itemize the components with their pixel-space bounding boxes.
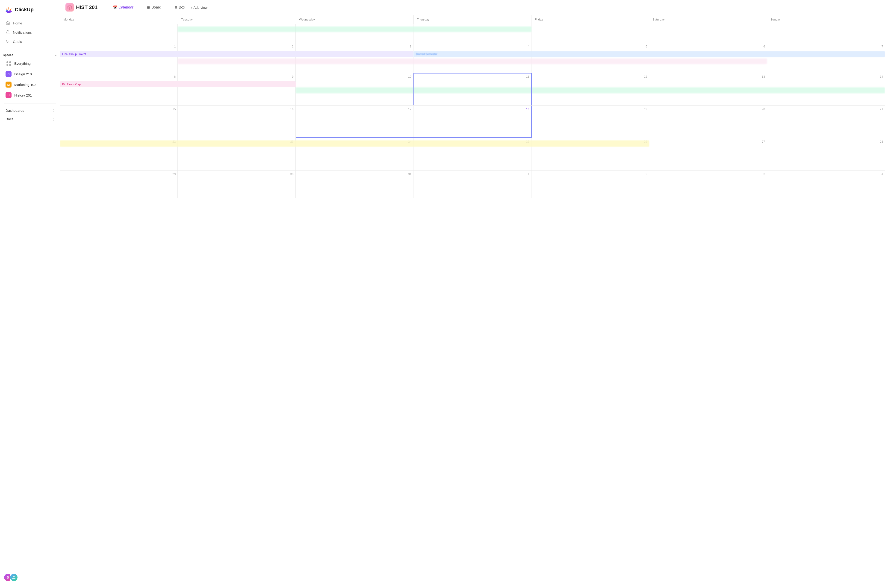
sidebar-item-marketing102[interactable]: M Marketing 102 (3, 79, 57, 90)
event-row0-green (178, 27, 531, 32)
cal-cell-27[interactable]: 27 (649, 138, 767, 170)
cal-cell-next-1[interactable]: 1 (414, 171, 531, 198)
clickup-logo-icon (4, 6, 13, 14)
calendar-row-3: 15 16 17 18 19 20 21 (60, 105, 885, 138)
day-header-sunday: Sunday (767, 15, 885, 24)
app-name: ClickUp (15, 7, 34, 13)
sidebar-item-history201[interactable]: H History 201 (3, 90, 57, 100)
nav-divider (4, 49, 56, 49)
calendar-row-0 (60, 24, 885, 43)
event-group-project: Final Group Project (60, 51, 414, 57)
day-header-saturday: Saturday (649, 15, 767, 24)
tab-box[interactable]: ⊞ Box (172, 4, 188, 11)
cal-cell-17[interactable]: 17 (296, 105, 414, 138)
calendar: Monday Tuesday Wednesday Thursday Friday… (60, 15, 885, 588)
box-tab-label: Box (179, 5, 185, 9)
event-bio-exam-prep: Bio Exam Prep (60, 81, 296, 87)
cal-cell-20[interactable]: 20 (649, 105, 767, 138)
header-divider2 (140, 4, 140, 10)
home-label: Home (13, 21, 22, 25)
user-avatars[interactable]: S (4, 573, 18, 582)
trophy-icon (6, 39, 10, 44)
sidebar-item-goals[interactable]: Goals (3, 37, 57, 46)
home-icon (6, 21, 10, 26)
marketing102-avatar: M (6, 82, 12, 87)
cal-cell-row0-4[interactable] (531, 24, 649, 43)
event-green-row2 (296, 87, 885, 93)
spaces-title: Spaces (3, 53, 14, 57)
notifications-label: Notifications (13, 30, 32, 34)
calendar-row-1: 1 2 3 4 5 6 7 Final Group Project Blurre… (60, 43, 885, 73)
history201-avatar: H (6, 92, 12, 98)
goals-label: Goals (13, 40, 22, 44)
cal-cell-row0-5[interactable] (649, 24, 767, 43)
cal-cell-row0-6[interactable] (767, 24, 885, 43)
cal-cell-9[interactable]: 9 (178, 73, 296, 105)
cal-cell-next-3[interactable]: 3 (649, 171, 767, 198)
cal-cell-3[interactable]: 3 (296, 43, 414, 73)
bell-icon (6, 30, 10, 34)
cal-cell-8[interactable]: 8 (60, 73, 178, 105)
course-icon (66, 3, 74, 12)
user-chevron-icon[interactable]: ⌄ (21, 576, 23, 579)
day-header-tuesday: Tuesday (178, 15, 296, 24)
design210-label: Design 210 (14, 72, 32, 76)
everything-label: Everything (14, 62, 31, 65)
sidebar-item-design210[interactable]: D Design 210 (3, 69, 57, 79)
chevron-right-icon: 〉 (53, 109, 54, 112)
docs-label: Docs (6, 117, 14, 121)
day-header-thursday: Thursday (414, 15, 531, 24)
calendar-row-5: 29 30 31 1 2 3 4 (60, 171, 885, 198)
main-content: HIST 201 📅 Calendar ▦ Board ⊞ Box + Add … (60, 0, 885, 588)
chevron-down-icon: ⌄ (55, 54, 57, 57)
cal-cell-6[interactable]: 6 (649, 43, 767, 73)
sidebar-item-dashboards[interactable]: Dashboards 〉 (3, 106, 57, 115)
svg-point-1 (13, 576, 15, 578)
dashboards-label: Dashboards (6, 108, 24, 112)
sidebar-item-notifications[interactable]: Notifications (3, 28, 57, 37)
page-title: HIST 201 (76, 4, 98, 10)
cal-cell-19[interactable]: 19 (531, 105, 649, 138)
sidebar-item-home[interactable]: Home (3, 18, 57, 28)
cal-cell-31[interactable]: 31 (296, 171, 414, 198)
tab-calendar[interactable]: 📅 Calendar (110, 4, 136, 11)
cal-cell-29[interactable]: 29 (60, 171, 178, 198)
cal-cell-18[interactable]: 18 (414, 105, 531, 138)
sidebar: ClickUp Home Notifications (0, 0, 60, 588)
spaces-header[interactable]: Spaces ⌄ (0, 52, 60, 58)
sidebar-item-docs[interactable]: Docs 〉 (3, 115, 57, 123)
event-pink-row1 (178, 58, 767, 64)
cal-cell-30[interactable]: 30 (178, 171, 296, 198)
cal-cell-next-4[interactable]: 4 (767, 171, 885, 198)
cal-cell-5[interactable]: 5 (531, 43, 649, 73)
box-tab-icon: ⊞ (174, 5, 177, 10)
calendar-tab-icon: 📅 (112, 5, 117, 10)
chevron-right-icon-docs: 〉 (53, 117, 54, 121)
history201-label: History 201 (14, 93, 32, 97)
cal-cell-2[interactable]: 2 (178, 43, 296, 73)
cal-cell-21[interactable]: 21 (767, 105, 885, 138)
board-tab-label: Board (152, 5, 161, 9)
cal-cell-7[interactable]: 7 (767, 43, 885, 73)
cal-cell-next-2[interactable]: 2 (531, 171, 649, 198)
cal-cell-28[interactable]: 28 (767, 138, 885, 170)
cal-cell-row0-0[interactable] (60, 24, 178, 43)
cal-cell-15[interactable]: 15 (60, 105, 178, 138)
tab-board[interactable]: ▦ Board (144, 4, 164, 11)
logo[interactable]: ClickUp (0, 4, 60, 18)
cal-cell-1[interactable]: 1 (60, 43, 178, 73)
day-header-wednesday: Wednesday (296, 15, 414, 24)
event-blurred-semester: Blurred Semester (414, 51, 885, 57)
cal-cell-16[interactable]: 16 (178, 105, 296, 138)
spaces-list: Everything D Design 210 M Marketing 102 … (0, 58, 60, 100)
calendar-row-2: 8 9 10 11 12 13 14 Bio Exam Prep (60, 73, 885, 105)
main-nav: Home Notifications Goals (0, 18, 60, 46)
cal-cell-4[interactable]: 4 (414, 43, 531, 73)
sidebar-item-everything[interactable]: Everything (3, 58, 57, 69)
add-view-button[interactable]: + Add view (188, 4, 210, 11)
sidebar-bottom: S ⌄ (0, 570, 60, 584)
everything-dots-icon (6, 60, 12, 66)
user-avatar-photo (10, 573, 18, 582)
calendar-row-4: 22 23 24 25 26 27 28 (60, 138, 885, 171)
spaces-divider (4, 103, 56, 104)
